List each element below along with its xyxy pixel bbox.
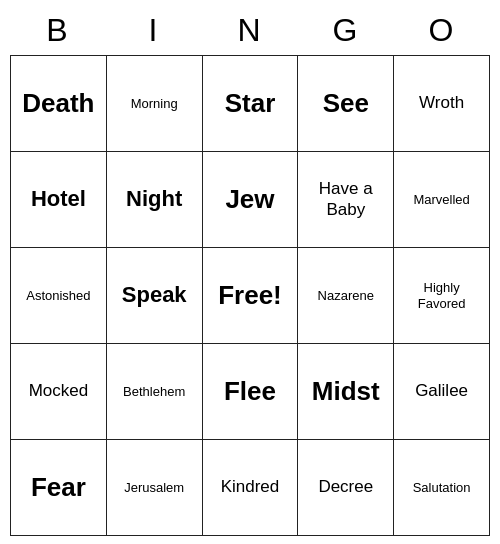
cell-text: Galilee (415, 381, 468, 401)
bingo-header: BINGO (10, 8, 490, 55)
cell-r1-c0: Hotel (11, 152, 107, 248)
cell-text: Fear (31, 472, 86, 503)
cell-text: Astonished (26, 288, 90, 304)
cell-text: Have a Baby (302, 179, 389, 220)
cell-r3-c1: Bethlehem (107, 344, 203, 440)
cell-text: Decree (318, 477, 373, 497)
cell-r4-c1: Jerusalem (107, 440, 203, 536)
cell-text: Mocked (29, 381, 89, 401)
cell-r2-c0: Astonished (11, 248, 107, 344)
cell-text: Bethlehem (123, 384, 185, 400)
cell-r2-c3: Nazarene (298, 248, 394, 344)
cell-text: Night (126, 186, 182, 212)
header-letter: I (106, 8, 202, 55)
cell-text: Wroth (419, 93, 464, 113)
cell-r1-c1: Night (107, 152, 203, 248)
bingo-grid: DeathMorningStarSeeWrothHotelNightJewHav… (10, 55, 490, 536)
cell-r3-c2: Flee (203, 344, 299, 440)
cell-text: Speak (122, 282, 187, 308)
bingo-card: BINGO DeathMorningStarSeeWrothHotelNight… (10, 8, 490, 536)
cell-r3-c3: Midst (298, 344, 394, 440)
cell-text: Kindred (221, 477, 280, 497)
cell-r0-c4: Wroth (394, 56, 490, 152)
cell-text: Flee (224, 376, 276, 407)
cell-r1-c3: Have a Baby (298, 152, 394, 248)
cell-text: Nazarene (318, 288, 374, 304)
cell-text: Death (22, 88, 94, 119)
header-letter: G (298, 8, 394, 55)
cell-r4-c4: Salutation (394, 440, 490, 536)
cell-r0-c1: Morning (107, 56, 203, 152)
cell-text: Star (225, 88, 276, 119)
cell-r2-c1: Speak (107, 248, 203, 344)
cell-text: Marvelled (413, 192, 469, 208)
cell-r4-c3: Decree (298, 440, 394, 536)
cell-r1-c4: Marvelled (394, 152, 490, 248)
cell-r0-c0: Death (11, 56, 107, 152)
cell-text: Free! (218, 280, 282, 311)
cell-text: Midst (312, 376, 380, 407)
cell-r3-c0: Mocked (11, 344, 107, 440)
cell-r2-c2: Free! (203, 248, 299, 344)
cell-r3-c4: Galilee (394, 344, 490, 440)
cell-text: Morning (131, 96, 178, 112)
cell-r2-c4: Highly Favored (394, 248, 490, 344)
cell-r0-c2: Star (203, 56, 299, 152)
cell-text: Highly Favored (398, 280, 485, 311)
header-letter: N (202, 8, 298, 55)
cell-r4-c0: Fear (11, 440, 107, 536)
cell-text: Hotel (31, 186, 86, 212)
cell-r4-c2: Kindred (203, 440, 299, 536)
cell-r1-c2: Jew (203, 152, 299, 248)
cell-text: See (323, 88, 369, 119)
cell-text: Jew (225, 184, 274, 215)
cell-text: Jerusalem (124, 480, 184, 496)
cell-r0-c3: See (298, 56, 394, 152)
header-letter: B (10, 8, 106, 55)
header-letter: O (394, 8, 490, 55)
cell-text: Salutation (413, 480, 471, 496)
